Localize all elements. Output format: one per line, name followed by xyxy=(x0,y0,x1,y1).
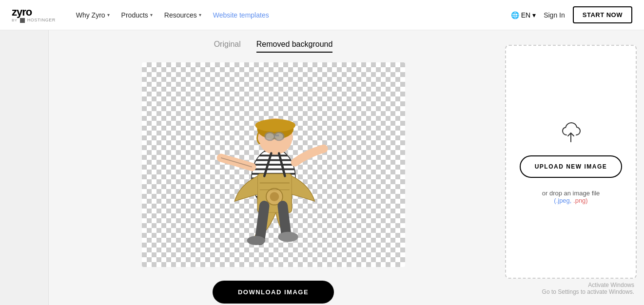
chevron-down-icon: ▾ xyxy=(107,12,110,18)
drop-format-jpeg: (.jpeg, xyxy=(554,197,573,204)
svg-point-21 xyxy=(266,133,274,139)
main-content: Original Removed background xyxy=(0,30,644,305)
svg-rect-6 xyxy=(252,169,295,171)
preview-image xyxy=(200,77,347,252)
svg-point-22 xyxy=(274,133,283,139)
upload-new-image-button[interactable]: UPLOAD NEW IMAGE xyxy=(520,155,622,178)
center-panel: Original Removed background xyxy=(49,30,498,305)
sign-in-link[interactable]: Sign In xyxy=(544,11,565,19)
svg-rect-5 xyxy=(252,164,295,166)
drop-format-png: .png) xyxy=(573,197,588,204)
upload-icon xyxy=(559,119,583,144)
drop-text: or drop an image file (.jpeg, .png) xyxy=(542,190,600,204)
download-button[interactable]: DOWNLOAD IMAGE xyxy=(213,281,334,304)
svg-point-17 xyxy=(255,119,295,132)
upload-dropzone[interactable]: UPLOAD NEW IMAGE or drop an image file (… xyxy=(505,45,637,279)
start-now-button[interactable]: START NOW xyxy=(573,6,632,23)
right-panel: UPLOAD NEW IMAGE or drop an image file (… xyxy=(498,30,644,305)
left-sidebar xyxy=(0,30,49,305)
svg-rect-3 xyxy=(252,154,295,156)
chevron-down-icon: ▾ xyxy=(199,12,201,18)
svg-point-28 xyxy=(247,236,265,245)
chevron-down-icon: ▾ xyxy=(150,12,153,18)
image-preview xyxy=(142,62,405,267)
globe-icon: 🌐 xyxy=(511,11,519,19)
tabs: Original Removed background xyxy=(214,40,333,53)
svg-rect-4 xyxy=(252,159,295,161)
nav-website-templates[interactable]: Website templates xyxy=(208,7,274,23)
chevron-down-icon: ▾ xyxy=(532,11,536,19)
nav-resources[interactable]: Resources ▾ xyxy=(159,7,206,23)
logo-name: zyro xyxy=(12,7,56,18)
language-selector[interactable]: 🌐 EN ▾ xyxy=(511,11,536,19)
svg-point-25 xyxy=(270,192,279,201)
nav-right: 🌐 EN ▾ Sign In START NOW xyxy=(511,6,632,23)
tab-removed-background[interactable]: Removed background xyxy=(256,40,333,53)
tab-original[interactable]: Original xyxy=(214,40,241,53)
svg-point-29 xyxy=(278,232,298,242)
logo[interactable]: zyro BY HOSTINGER xyxy=(12,7,56,23)
nav-products[interactable]: Products ▾ xyxy=(117,7,157,23)
logo-sub: BY HOSTINGER xyxy=(12,18,56,23)
navbar: zyro BY HOSTINGER Why Zyro ▾ Products ▾ … xyxy=(0,0,644,30)
nav-why-zyro[interactable]: Why Zyro ▾ xyxy=(71,7,115,23)
nav-items: Why Zyro ▾ Products ▾ Resources ▾ Websit… xyxy=(71,7,511,23)
